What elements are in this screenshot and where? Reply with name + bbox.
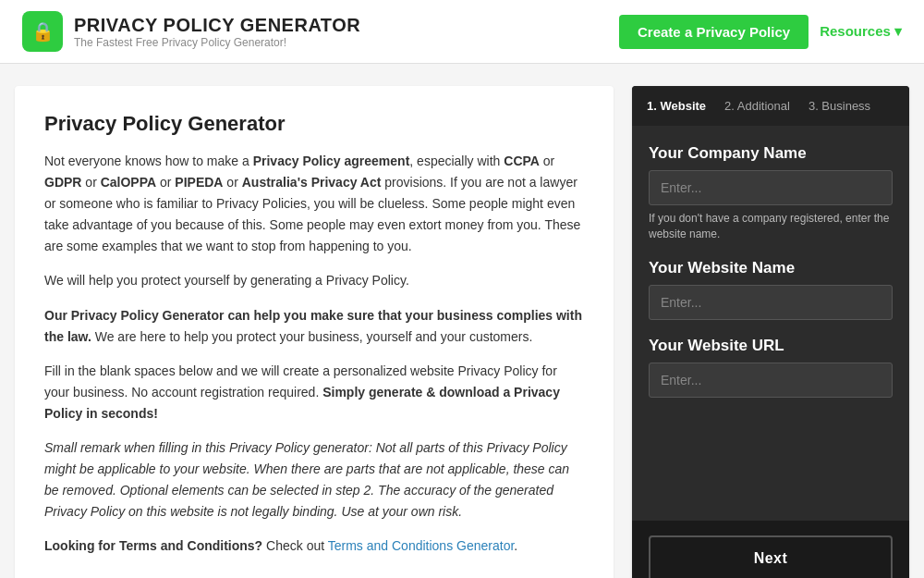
company-name-label: Your Company Name (649, 144, 893, 163)
form-section: Your Company Name If you don't have a co… (632, 126, 909, 521)
intro-paragraph: Not everyone knows how to make a Privacy… (44, 151, 584, 257)
header-brand: PRIVACY POLICY GENERATOR The Fastest Fre… (74, 15, 360, 49)
para-help: We will help you protect yourself by gen… (44, 270, 584, 291)
website-url-input[interactable] (649, 363, 893, 398)
company-name-group: Your Company Name If you don't have a co… (649, 144, 893, 242)
resources-button[interactable]: Resources ▾ (820, 23, 902, 40)
disclaimer-text: Small remark when filling in this Privac… (44, 440, 569, 519)
bold-gdpr: GDPR (44, 175, 81, 190)
para-generator: Our Privacy Policy Generator can help yo… (44, 305, 584, 348)
header: 🔒 PRIVACY POLICY GENERATOR The Fastest F… (0, 0, 924, 64)
para-disclaimer: Small remark when filling in this Privac… (44, 437, 584, 523)
website-name-group: Your Website Name (649, 259, 893, 320)
next-button-area: Next (632, 521, 909, 579)
bold-pipeda: PIPEDA (175, 175, 223, 190)
logo-icon: 🔒 (22, 11, 63, 52)
bold-ccpa: CCPA (504, 154, 540, 168)
website-url-group: Your Website URL (649, 337, 893, 398)
bold-australia: Australia's Privacy Act (242, 175, 382, 190)
website-url-label: Your Website URL (649, 337, 893, 355)
website-name-input[interactable] (649, 285, 893, 320)
bold-privacy-policy: Privacy Policy agreement (253, 154, 410, 168)
step-additional[interactable]: 2. Additional (724, 99, 790, 113)
para-terms: Looking for Terms and Conditions? Check … (44, 535, 584, 557)
right-panel: 1. Website 2. Additional 3. Business You… (632, 86, 909, 578)
header-left: 🔒 PRIVACY POLICY GENERATOR The Fastest F… (22, 11, 360, 52)
site-title: PRIVACY POLICY GENERATOR (74, 15, 360, 36)
main-container: Privacy Policy Generator Not everyone kn… (0, 86, 924, 578)
step-business[interactable]: 3. Business (808, 99, 870, 113)
create-policy-button[interactable]: Create a Privacy Policy (619, 15, 808, 49)
next-button[interactable]: Next (649, 535, 893, 579)
bold-terms: Looking for Terms and Conditions? (44, 538, 262, 553)
bold-caloppa: CalOPPA (101, 175, 156, 190)
header-right: Create a Privacy Policy Resources ▾ (619, 15, 902, 49)
step-website[interactable]: 1. Website (647, 99, 706, 113)
steps-bar: 1. Website 2. Additional 3. Business (632, 86, 909, 126)
bold-generate: Simply generate & download a Privacy Pol… (44, 385, 560, 421)
website-name-label: Your Website Name (649, 259, 893, 277)
page-title: Privacy Policy Generator (44, 112, 584, 136)
terms-link[interactable]: Terms and Conditions Generator (328, 538, 515, 553)
bold-generator: Our Privacy Policy Generator can help yo… (44, 308, 582, 344)
site-subtitle: The Fastest Free Privacy Policy Generato… (74, 36, 360, 49)
company-name-hint: If you don't have a company registered, … (649, 211, 893, 242)
left-panel: Privacy Policy Generator Not everyone kn… (15, 86, 614, 578)
company-name-input[interactable] (649, 170, 893, 205)
para-fill: Fill in the blank spaces below and we wi… (44, 361, 584, 424)
